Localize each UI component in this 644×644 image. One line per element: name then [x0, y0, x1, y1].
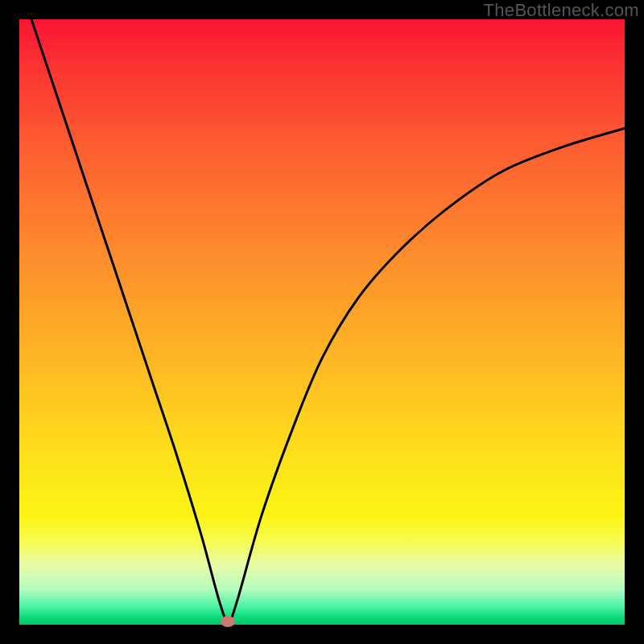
- chart-curve-layer: [19, 19, 625, 625]
- optimal-point-marker: [221, 616, 235, 627]
- chart-frame: [19, 19, 625, 625]
- bottleneck-curve: [31, 19, 625, 621]
- watermark-text: TheBottleneck.com: [484, 0, 639, 21]
